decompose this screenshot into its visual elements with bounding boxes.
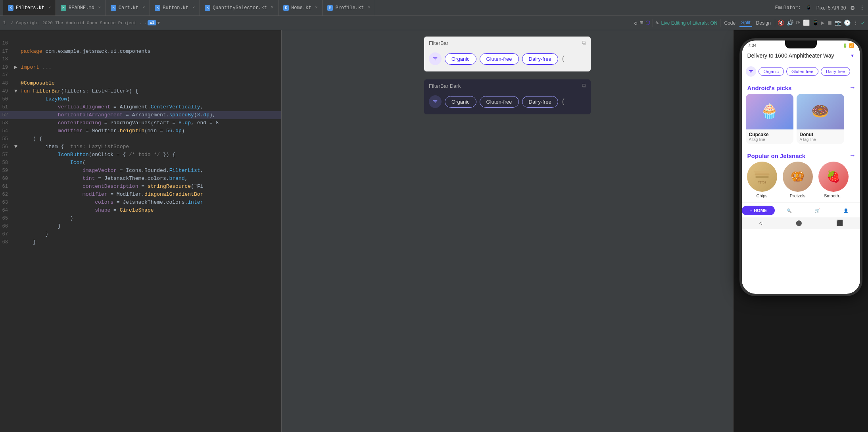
tab-close-icon[interactable]: × (98, 6, 101, 10)
popular-header: Popular on Jetsnack → (742, 148, 860, 162)
filter-circle-icon-light[interactable] (429, 52, 442, 65)
filter-list-dark-icon (432, 99, 438, 104)
kotlin-file-icon: K (327, 5, 333, 11)
emulator-label: Emulator: (775, 5, 801, 11)
phone-chip-dairy-free[interactable]: Dairy-free (821, 67, 850, 76)
chip-organic-dark[interactable]: Organic (445, 96, 476, 108)
delivery-chevron-icon[interactable]: ▾ (851, 52, 855, 60)
chip-gluten-free-dark[interactable]: Gluten-free (480, 96, 519, 108)
back-btn[interactable]: ◁ (759, 220, 762, 226)
androids-picks-arrow[interactable]: → (851, 84, 855, 91)
code-line-highlighted: 52 horizontalArrangement = Arrangement.s… (0, 111, 281, 119)
editor-toolbar: 1 / Copyright 2020 The Android Open Sour… (0, 16, 868, 30)
overflow-indicator: ( (561, 55, 566, 63)
code-line: 64 shape = CircleShape (0, 206, 281, 214)
chips-card[interactable]: TITOS Chips (746, 162, 778, 198)
camera-icon[interactable]: 📷 (835, 19, 841, 26)
more-icon2[interactable]: ⋮ (853, 19, 858, 26)
smoothie-card[interactable]: 🍓 Smooth... (817, 162, 850, 198)
tab-close-icon[interactable]: × (271, 6, 273, 10)
settings-icon[interactable]: ⚙ (851, 4, 855, 12)
refresh-icon[interactable]: ↻ (634, 19, 637, 26)
overflow-indicator-dark: ( (561, 98, 566, 106)
phone-icon: 📱 (806, 5, 812, 11)
chip-gluten-free-light[interactable]: Gluten-free (480, 53, 519, 65)
home-sys-btn[interactable]: ⬤ (796, 220, 802, 226)
tab-close-icon[interactable]: × (368, 6, 370, 10)
annotation-badge: ▲1 (148, 20, 156, 25)
home-nav-item[interactable]: ⌂ HOME (742, 206, 775, 215)
tab-profile[interactable]: K Profile.kt × (323, 0, 375, 15)
chip-organic-light[interactable]: Organic (445, 53, 476, 65)
search-nav-item[interactable]: 🔍 (775, 208, 803, 213)
top-bar-right: Emulator: 📱 Pixel 5 API 30 ⚙ ⋮ (775, 4, 865, 12)
tab-close-icon[interactable]: × (142, 6, 145, 10)
design-btn[interactable]: Design (755, 19, 772, 27)
delivery-header[interactable]: Delivery to 1600 Amphitheater Way ▾ (742, 48, 860, 63)
tab-quantity-selector[interactable]: K QuantitySelector.kt × (200, 0, 278, 15)
profile-nav-item[interactable]: 👤 (832, 208, 860, 213)
svg-rect-0 (755, 174, 769, 176)
home-button[interactable]: ⌂ HOME (742, 206, 775, 215)
cupcake-card[interactable]: 🧁 Cupcake A tag line (746, 94, 793, 144)
speaker-icon[interactable]: 🔊 (787, 19, 793, 26)
code-line: 66 } (0, 222, 281, 230)
tab-button[interactable]: K Button.kt × (150, 0, 200, 15)
copy-icon[interactable]: ⧉ (582, 40, 586, 46)
code-line: 67 } (0, 230, 281, 238)
phone-chip-organic[interactable]: Organic (759, 67, 784, 76)
code-line: 16 (0, 40, 281, 48)
history-icon[interactable]: 🕐 (844, 19, 851, 26)
tab-filters-kt[interactable]: K Filters.kt × (3, 0, 56, 15)
breadcrumb: / Copyright 2020 The Android Open Source… (11, 20, 160, 25)
donut-info: Donut A tag line (797, 129, 844, 144)
code-line: 49 ▼ fun FilterBar(filters: List<Filter>… (0, 87, 281, 95)
split-btn[interactable]: Split (739, 19, 752, 27)
tab-close-icon[interactable]: × (192, 6, 195, 10)
rotate-icon[interactable]: ⟳ (796, 19, 801, 26)
donut-card[interactable]: 🍩 Donut A tag line (797, 94, 844, 144)
tab-close-icon[interactable]: × (48, 6, 51, 10)
pretzels-image: 🥨 (783, 162, 813, 192)
tab-readme[interactable]: M README.md × (56, 0, 106, 15)
tab-home[interactable]: K Home.kt × (278, 0, 323, 15)
popular-arrow[interactable]: → (851, 152, 855, 159)
preview-title-dark: FilterBar Dark (429, 83, 461, 89)
system-nav-bar: ◁ ⬤ ⬛ (742, 217, 860, 229)
chip-dairy-free-dark[interactable]: Dairy-free (522, 96, 558, 108)
phone-filter-icon[interactable] (746, 66, 756, 77)
filter-circle-icon-dark[interactable] (429, 95, 442, 108)
volume-icon[interactable]: 🔇 (778, 19, 784, 26)
layers-icon[interactable]: ⬡ (645, 19, 650, 26)
phone-time: 7:04 (748, 43, 757, 48)
phone-filter-row: Organic Gluten-free Dairy-free (742, 63, 860, 80)
grid-icon[interactable]: ⊞ (640, 19, 643, 26)
tab-label: QuantitySelector.kt (213, 5, 267, 11)
code-line: 48 @Composable (0, 79, 281, 87)
code-btn[interactable]: Code (723, 19, 737, 27)
separator3 (775, 19, 775, 27)
play-icon[interactable]: ▶ (821, 19, 824, 26)
smoothie-image: 🍓 (818, 162, 849, 192)
pretzels-card[interactable]: 🥨 Pretzels (782, 162, 814, 198)
phone-chip-gluten-free[interactable]: Gluten-free (786, 67, 818, 76)
live-edit-icon[interactable]: ✎ (655, 19, 659, 26)
kotlin-file-icon: K (283, 5, 289, 11)
filter-icon (749, 69, 753, 74)
preview-header-light: FilterBar ⧉ (429, 40, 586, 46)
cupcake-image: 🧁 (746, 94, 793, 129)
stop-icon[interactable]: ⏹ (827, 20, 832, 26)
tab-label: Profile.kt (335, 5, 364, 11)
more-options-icon[interactable]: ⋮ (859, 4, 865, 11)
chip-dairy-free-light[interactable]: Dairy-free (522, 53, 558, 65)
tab-cart[interactable]: K Cart.kt × (106, 0, 150, 15)
recents-btn[interactable]: ⬛ (836, 220, 843, 226)
tablet-icon[interactable]: ⬜ (803, 19, 810, 26)
copy-icon-dark[interactable]: ⧉ (582, 83, 586, 89)
phone-port-icon[interactable]: 📱 (812, 19, 819, 26)
cart-nav-item[interactable]: 🛒 (803, 208, 832, 213)
filter-bar-light: Organic Gluten-free Dairy-free ( (429, 49, 586, 68)
phone-nav-bar: ⌂ HOME 🔍 🛒 👤 (742, 202, 860, 217)
separator (653, 19, 653, 27)
tab-close-icon[interactable]: × (315, 6, 317, 10)
